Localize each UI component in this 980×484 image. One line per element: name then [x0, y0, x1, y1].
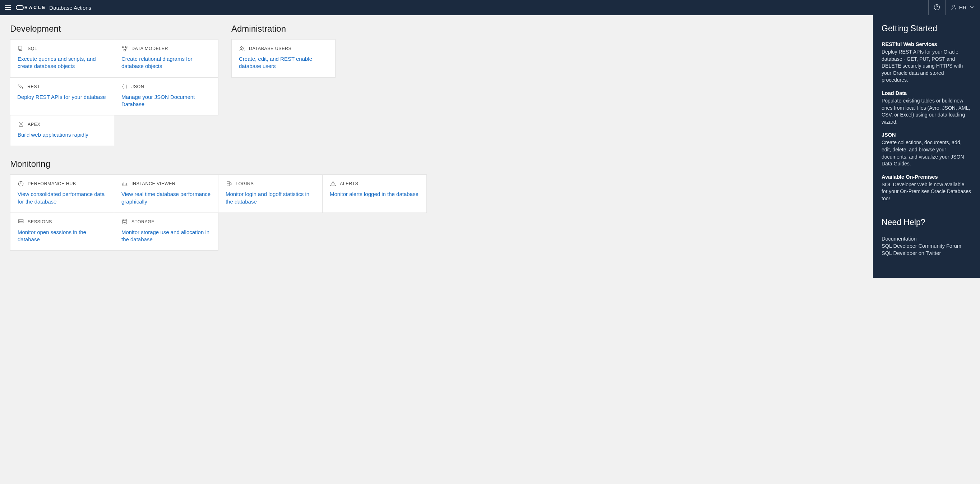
card-title: LOGINS: [235, 181, 254, 186]
card-description: Monitor open sessions in the database: [18, 229, 107, 243]
card-header: PERFORMANCE HUB: [18, 181, 107, 187]
card-title: DATABASE USERS: [249, 46, 291, 51]
card-rest[interactable]: RESTDeploy REST APIs for your database: [10, 77, 114, 116]
help-link[interactable]: SQL Developer on Twitter: [881, 249, 971, 257]
card-header: DATA MODELER: [121, 45, 211, 52]
sql-icon: [18, 45, 24, 52]
card-database-users[interactable]: DATABASE USERSCreate, edit, and REST ena…: [231, 39, 336, 78]
rest-icon: [17, 83, 24, 90]
card-apex[interactable]: APEXBuild web applications rapidly: [10, 115, 114, 146]
development-section: Development SQLExecute queries and scrip…: [10, 24, 218, 159]
card-json[interactable]: JSONManage your JSON Document Database: [114, 77, 218, 116]
card-sessions[interactable]: SESSIONSMonitor open sessions in the dat…: [10, 212, 114, 251]
card-title: APEX: [28, 122, 40, 127]
card-title: INSTANCE VIEWER: [132, 181, 176, 186]
card-description: View real time database performance grap…: [121, 190, 211, 205]
section-title-development: Development: [10, 24, 218, 34]
getting-started-item-text: Deploy REST APIs for your Oracle databas…: [881, 48, 971, 84]
card-alerts[interactable]: ALERTSMonitor alerts logged in the datab…: [322, 174, 427, 213]
right-sidebar: Getting Started RESTful Web ServicesDepl…: [873, 15, 980, 278]
card-header: LOGINS: [226, 181, 315, 187]
json-icon: [121, 83, 128, 90]
header-left: RACLE Database Actions: [0, 4, 91, 11]
main-wrap: Development SQLExecute queries and scrip…: [0, 15, 980, 278]
getting-started-item-title: JSON: [881, 132, 971, 138]
storage-icon: [121, 219, 128, 225]
card-performance-hub[interactable]: PERFORMANCE HUBView consolidated perform…: [10, 174, 114, 213]
card-title: SESSIONS: [28, 219, 52, 224]
administration-grid: DATABASE USERSCreate, edit, and REST ena…: [231, 40, 336, 78]
card-header: JSON: [121, 83, 211, 90]
alerts-icon: [330, 181, 336, 187]
card-header: STORAGE: [121, 219, 211, 225]
card-description: Build web applications rapidly: [18, 131, 107, 139]
section-title-monitoring: Monitoring: [10, 159, 863, 169]
user-label: HR: [959, 5, 966, 10]
getting-started-item: Load DataPopulate existing tables or bui…: [881, 90, 971, 126]
development-grid: SQLExecute queries and scripts, and crea…: [10, 40, 218, 146]
getting-started-title: Getting Started: [881, 24, 971, 34]
card-header: REST: [17, 83, 107, 90]
card-header: SQL: [18, 45, 107, 52]
getting-started-item-title: Available On-Premises: [881, 174, 971, 180]
card-description: Monitor alerts logged in the database: [330, 190, 419, 198]
need-help-title: Need Help?: [881, 217, 971, 227]
header-right: HR: [928, 0, 980, 15]
card-header: SESSIONS: [18, 219, 107, 225]
oracle-logo[interactable]: RACLE Database Actions: [16, 5, 91, 11]
instance-icon: [121, 181, 128, 187]
users-icon: [239, 45, 245, 52]
getting-started-item-title: Load Data: [881, 90, 971, 96]
user-menu-button[interactable]: HR: [945, 0, 980, 15]
card-description: Monitor login and logoff statistics in t…: [226, 190, 315, 205]
logins-icon: [226, 181, 232, 187]
card-description: Monitor storage use and allocation in th…: [121, 229, 211, 243]
top-row: Development SQLExecute queries and scrip…: [10, 24, 863, 159]
card-description: Create relational diagrams for database …: [121, 55, 211, 70]
card-header: ALERTS: [330, 181, 419, 187]
product-name: Database Actions: [49, 5, 91, 11]
monitoring-grid: PERFORMANCE HUBView consolidated perform…: [10, 175, 427, 251]
getting-started-item: JSONCreate collections, documents, add, …: [881, 132, 971, 167]
card-logins[interactable]: LOGINSMonitor login and logoff statistic…: [218, 174, 323, 213]
card-title: SQL: [28, 46, 37, 51]
card-title: REST: [27, 84, 40, 89]
hamburger-icon[interactable]: [5, 4, 11, 11]
card-title: ALERTS: [340, 181, 358, 186]
card-description: Create, edit, and REST enable database u…: [239, 55, 328, 70]
chevron-down-icon: [969, 4, 975, 11]
card-title: STORAGE: [132, 219, 154, 224]
getting-started-item-text: Populate existing tables or build new on…: [881, 97, 971, 126]
help-button[interactable]: [929, 0, 945, 15]
user-icon: [951, 4, 957, 11]
getting-started-item: RESTful Web ServicesDeploy REST APIs for…: [881, 42, 971, 84]
card-header: DATABASE USERS: [239, 45, 328, 52]
app-header: RACLE Database Actions HR: [0, 0, 980, 15]
apex-icon: [18, 121, 24, 128]
card-description: Execute queries and scripts, and create …: [18, 55, 107, 70]
help-link[interactable]: Documentation: [881, 235, 971, 242]
getting-started-item: Available On-PremisesSQL Developer Web i…: [881, 174, 971, 203]
card-description: Manage your JSON Document Database: [121, 94, 211, 108]
sessions-icon: [18, 219, 24, 225]
card-description: Deploy REST APIs for your database: [17, 94, 107, 101]
card-storage[interactable]: STORAGEMonitor storage use and allocatio…: [114, 212, 218, 251]
monitoring-section: Monitoring PERFORMANCE HUBView consolida…: [10, 159, 863, 251]
card-instance-viewer[interactable]: INSTANCE VIEWERView real time database p…: [114, 174, 218, 213]
card-title: DATA MODELER: [132, 46, 168, 51]
administration-section: Administration DATABASE USERSCreate, edi…: [231, 24, 336, 159]
card-sql[interactable]: SQLExecute queries and scripts, and crea…: [10, 39, 114, 78]
getting-started-item-title: RESTful Web Services: [881, 42, 971, 47]
card-header: INSTANCE VIEWER: [121, 181, 211, 187]
help-link[interactable]: SQL Developer Community Forum: [881, 242, 971, 249]
card-header: APEX: [18, 121, 107, 128]
help-icon: [934, 4, 940, 11]
card-title: JSON: [132, 84, 144, 89]
content: Development SQLExecute queries and scrip…: [0, 15, 873, 278]
svg-point-1: [937, 8, 937, 9]
getting-started-item-text: Create collections, documents, add, edit…: [881, 139, 971, 167]
card-data-modeler[interactable]: DATA MODELERCreate relational diagrams f…: [114, 39, 218, 78]
card-title: PERFORMANCE HUB: [28, 181, 76, 186]
perf-icon: [18, 181, 24, 187]
getting-started-item-text: SQL Developer Web is now available for y…: [881, 181, 971, 203]
